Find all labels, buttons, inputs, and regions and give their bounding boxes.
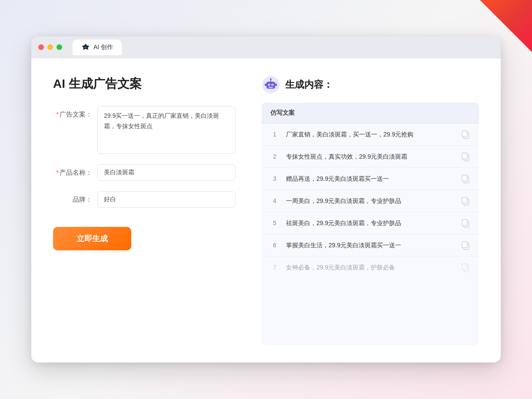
robot-icon bbox=[262, 76, 280, 94]
ad-copy-input[interactable] bbox=[97, 106, 236, 154]
maximize-button[interactable] bbox=[57, 44, 62, 50]
svg-rect-8 bbox=[269, 87, 273, 88]
tab-ai-creation[interactable]: AI AI 创作 bbox=[73, 40, 122, 55]
result-text-5: 祛斑美白，29.9元美白淡斑霜，专业护肤品 bbox=[286, 219, 454, 228]
svg-point-7 bbox=[272, 84, 273, 85]
required-star-1: * bbox=[56, 110, 59, 118]
svg-point-10 bbox=[270, 78, 272, 80]
result-text-6: 掌握美白生活，29.9元美白淡斑霜买一送一 bbox=[286, 241, 454, 250]
close-button[interactable] bbox=[38, 44, 44, 50]
svg-rect-18 bbox=[462, 175, 467, 181]
svg-rect-12 bbox=[275, 83, 277, 86]
result-num-4: 4 bbox=[270, 197, 279, 204]
copy-icon-6[interactable] bbox=[461, 240, 470, 250]
result-title: 生成内容： bbox=[285, 78, 333, 91]
brand-input[interactable] bbox=[97, 191, 236, 208]
svg-rect-16 bbox=[462, 153, 467, 159]
page-title: AI 生成广告文案 bbox=[53, 76, 236, 92]
copy-icon-2[interactable] bbox=[461, 152, 470, 161]
svg-rect-14 bbox=[462, 131, 467, 137]
result-text-2: 专抹女性斑点，真实功效，29.9元美白淡斑霜 bbox=[286, 152, 454, 161]
traffic-lights bbox=[38, 44, 62, 50]
result-text-3: 赠品再送，29.9元美白淡斑霜买一送一 bbox=[286, 174, 454, 183]
result-text-1: 厂家直销，美白淡斑霜，买一送一，29.9元抢购 bbox=[286, 130, 454, 139]
minimize-button[interactable] bbox=[47, 44, 53, 50]
result-item-3: 3 赠品再送，29.9元美白淡斑霜买一送一 bbox=[262, 168, 479, 190]
result-num-3: 3 bbox=[270, 175, 279, 182]
tab-area: AI AI 创作 bbox=[73, 40, 122, 55]
product-name-group: *产品名称： bbox=[53, 164, 236, 181]
result-num-2: 2 bbox=[270, 153, 279, 160]
copy-icon-3[interactable] bbox=[461, 174, 470, 183]
main-content: AI 生成广告文案 *广告文案： *产品名称： 品牌： 立 bbox=[31, 58, 501, 362]
svg-rect-22 bbox=[462, 219, 467, 226]
result-num-7: 7 bbox=[270, 264, 279, 271]
svg-rect-24 bbox=[462, 242, 467, 248]
result-item-4: 4 一周美白，29.9元美白淡斑霜，专业护肤品 bbox=[262, 190, 479, 212]
svg-text:AI: AI bbox=[84, 46, 87, 48]
result-item-5: 5 祛斑美白，29.9元美白淡斑霜，专业护肤品 bbox=[262, 212, 479, 234]
ad-copy-group: *广告文案： bbox=[53, 106, 236, 154]
svg-point-6 bbox=[269, 84, 269, 85]
titlebar: AI AI 创作 bbox=[31, 37, 501, 58]
result-item-6: 6 掌握美白生活，29.9元美白淡斑霜买一送一 bbox=[262, 234, 479, 256]
result-num-1: 1 bbox=[270, 131, 279, 138]
result-item-2: 2 专抹女性斑点，真实功效，29.9元美白淡斑霜 bbox=[262, 146, 479, 168]
brand-label: 品牌： bbox=[53, 191, 92, 204]
svg-rect-11 bbox=[265, 83, 266, 86]
product-name-label: *产品名称： bbox=[53, 164, 92, 177]
result-table: 仿写文案 1 厂家直销，美白淡斑霜，买一送一，29.9元抢购 2 专抹女性斑点，… bbox=[262, 103, 479, 345]
required-star-2: * bbox=[56, 169, 59, 176]
result-text-7: 女神必备，29.9元美白淡斑霜，护肤必备 bbox=[286, 263, 454, 272]
generate-button[interactable]: 立即生成 bbox=[53, 227, 131, 250]
right-panel: 生成内容： 仿写文案 1 厂家直销，美白淡斑霜，买一送一，29.9元抢购 2 bbox=[262, 76, 479, 345]
brand-group: 品牌： bbox=[53, 191, 236, 208]
copy-icon-5[interactable] bbox=[461, 218, 470, 228]
result-header: 生成内容： bbox=[262, 76, 479, 94]
copy-icon-1[interactable] bbox=[461, 130, 470, 139]
copy-icon-7[interactable] bbox=[461, 263, 470, 272]
result-table-header-text: 仿写文案 bbox=[270, 109, 295, 116]
browser-window: AI AI 创作 AI 生成广告文案 *广告文案： *产品名称： bbox=[31, 37, 501, 362]
svg-rect-20 bbox=[462, 197, 467, 203]
product-name-input[interactable] bbox=[97, 164, 236, 181]
ai-tab-icon: AI bbox=[81, 43, 90, 52]
result-text-4: 一周美白，29.9元美白淡斑霜，专业护肤品 bbox=[286, 196, 454, 206]
result-item-7: 7 女神必备，29.9元美白淡斑霜，护肤必备 bbox=[262, 256, 479, 278]
result-table-header: 仿写文案 bbox=[262, 103, 479, 123]
ad-copy-label: *广告文案： bbox=[53, 106, 92, 119]
svg-rect-26 bbox=[462, 264, 467, 270]
result-num-5: 5 bbox=[270, 219, 279, 226]
left-panel: AI 生成广告文案 *广告文案： *产品名称： 品牌： 立 bbox=[53, 76, 236, 345]
copy-icon-4[interactable] bbox=[461, 196, 470, 206]
result-item-1: 1 厂家直销，美白淡斑霜，买一送一，29.9元抢购 bbox=[262, 123, 479, 146]
tab-title: AI 创作 bbox=[93, 43, 113, 51]
result-num-6: 6 bbox=[270, 242, 279, 249]
